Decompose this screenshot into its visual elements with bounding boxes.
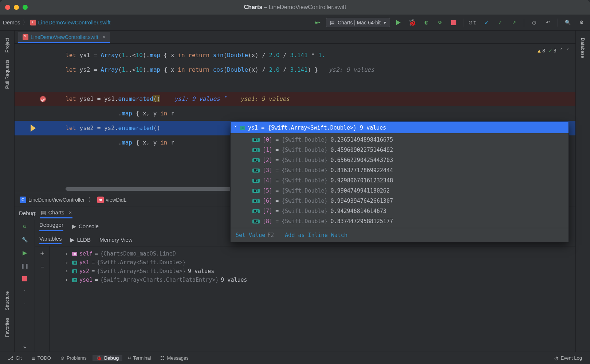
- popup-items: 01 [0] = {Swift.Double} 0.23651494898416…: [231, 133, 569, 228]
- breadcrumb: Demos 〉 LineDemoViewController.swift: [3, 19, 111, 26]
- profile-button[interactable]: ⟳: [434, 17, 445, 28]
- editor-tab-label: LineDemoViewController.swift: [31, 34, 98, 40]
- debug-target-tab[interactable]: ▤ Charts ×: [40, 208, 72, 218]
- left-tool-strip: Project Pull Requests Structure Favorite…: [0, 31, 15, 352]
- build-button[interactable]: ⤺: [312, 17, 323, 28]
- code-line: .map { x, y in r: [15, 106, 575, 121]
- popup-var-type: {Swift.Array<Swift.Double>}: [268, 124, 357, 131]
- undo-button[interactable]: ↶: [542, 17, 553, 28]
- value-icon: 01: [252, 138, 260, 142]
- swift-file-icon: [30, 20, 36, 25]
- variable-row[interactable]: ›≡ self = {ChartsDemo_macOS.LineD: [52, 249, 573, 258]
- breadcrumb-file[interactable]: LineDemoViewController.swift: [38, 19, 111, 25]
- tool-project[interactable]: Project: [4, 38, 10, 52]
- tool-problems[interactable]: ⊘ Problems: [57, 355, 90, 361]
- variable-row[interactable]: ›≡ yse1 = {Swift.Array<Charts.ChartDataE…: [52, 276, 573, 284]
- titlebar: Charts – LineDemoViewController.swift: [0, 0, 590, 15]
- minimize-window-icon[interactable]: [14, 5, 19, 10]
- array-icon: ≡: [240, 126, 245, 130]
- code-line: [15, 77, 575, 92]
- more-button[interactable]: »: [19, 342, 31, 352]
- git-commit-button[interactable]: ✓: [495, 17, 506, 28]
- tab-memory[interactable]: Memory View: [99, 237, 133, 243]
- tool-structure[interactable]: Structure: [4, 291, 10, 310]
- close-tab-icon[interactable]: ×: [103, 34, 106, 40]
- tool-todo[interactable]: ≣ TODO: [28, 355, 55, 361]
- resume-button[interactable]: ▶: [19, 248, 31, 257]
- popup-item[interactable]: 01 [5] = {Swift.Double} 0.99047499411802…: [231, 186, 569, 196]
- search-button[interactable]: 🔍: [562, 17, 573, 28]
- popup-var-name: ys1: [248, 124, 258, 131]
- tab-console[interactable]: ▶Console: [72, 223, 99, 230]
- history-button[interactable]: ◷: [528, 17, 539, 28]
- breadcrumb-class[interactable]: CLineDemoViewController: [20, 197, 85, 203]
- tool-messages[interactable]: ☷ Messages: [157, 355, 192, 361]
- inline-hint: ys2: 9 values: [329, 66, 374, 73]
- tool-debug[interactable]: 🐞 Debug: [93, 355, 122, 361]
- settings-button[interactable]: ⚙: [576, 17, 587, 28]
- value-icon: 01: [252, 179, 260, 183]
- value-icon: 01: [252, 209, 260, 213]
- remove-watch-icon[interactable]: －: [39, 262, 46, 271]
- class-icon: C: [20, 197, 26, 203]
- tool-eventlog[interactable]: ◔ Event Log: [551, 355, 586, 361]
- popup-footer: Set ValueF2 Add as Inline Watch: [231, 228, 569, 242]
- popup-header[interactable]: ˅ ≡ ys1 = {Swift.Array<Swift.Double>} 9 …: [231, 122, 569, 133]
- add-inline-watch-button[interactable]: Add as Inline Watch: [285, 232, 347, 238]
- popup-item[interactable]: 01 [6] = {Swift.Double} 0.99493947642661…: [231, 196, 569, 206]
- value-inspector-popup: ˅ ≡ ys1 = {Swift.Array<Swift.Double>} 9 …: [230, 122, 569, 242]
- breadcrumb-method[interactable]: mviewDidL: [97, 197, 127, 203]
- code-line: let ys2 = Array(1..<10).map { x in retur…: [15, 63, 575, 77]
- rerun-button[interactable]: ↻: [19, 222, 31, 231]
- popup-item[interactable]: 01 [8] = {Swift.Double} 0.83744729588125…: [231, 216, 569, 226]
- code-line: let ys1 = Array(1..<10).map { x in retur…: [15, 48, 575, 63]
- tool-favorites[interactable]: Favorites: [4, 318, 10, 337]
- popup-item[interactable]: 01 [2] = {Swift.Double} 0.65662290425443…: [231, 155, 569, 165]
- variables-action-strip: ＋ －: [35, 246, 50, 352]
- inline-hint: yse1: 9 values: [240, 95, 290, 102]
- tab-lldb[interactable]: ▶LLDB: [70, 237, 91, 243]
- popup-item[interactable]: 01 [4] = {Swift.Double} 0.92980670161232…: [231, 175, 569, 186]
- app-icon: ▤: [41, 209, 46, 216]
- stop-button[interactable]: [448, 17, 459, 28]
- tab-variables[interactable]: Variables: [39, 236, 62, 244]
- tool-git[interactable]: ⎇ Git: [4, 355, 25, 361]
- popup-item[interactable]: 01 [0] = {Swift.Double} 0.23651494898416…: [231, 135, 569, 145]
- close-window-icon[interactable]: [5, 5, 10, 10]
- close-icon[interactable]: ×: [69, 209, 72, 215]
- add-watch-icon[interactable]: ＋: [39, 249, 46, 257]
- set-value-button[interactable]: Set ValueF2: [236, 232, 274, 238]
- run-config-icon: ▤: [330, 20, 335, 25]
- window-title: Charts – LineDemoViewController.swift: [244, 4, 346, 11]
- stop-button[interactable]: [19, 274, 31, 284]
- variables-tree[interactable]: ›≡ self = {ChartsDemo_macOS.LineD ›≡ ys1…: [50, 246, 575, 352]
- pause-button[interactable]: ❚❚: [19, 261, 31, 270]
- debug-button[interactable]: 🐞: [407, 17, 418, 28]
- tool-terminal[interactable]: ⌑ Terminal: [125, 355, 154, 361]
- run-config-label: Charts | Mac 64-bit: [338, 20, 381, 25]
- variable-row[interactable]: ›≡ ys2 = {Swift.Array<Swift.Double>} 9 v…: [52, 267, 573, 276]
- settings-button[interactable]: 🔧: [19, 235, 31, 244]
- popup-item[interactable]: 01 [7] = {Swift.Double} 0.94294681461467…: [231, 206, 569, 216]
- popup-item[interactable]: 01 [3] = {Swift.Double} 0.81637717869922…: [231, 165, 569, 175]
- chevron-up-icon[interactable]: ˄: [19, 287, 31, 297]
- git-push-button[interactable]: ↗: [508, 17, 519, 28]
- chevron-down-icon[interactable]: ˅: [234, 124, 237, 131]
- maximize-window-icon[interactable]: [23, 5, 28, 10]
- breadcrumb-project[interactable]: Demos: [3, 19, 20, 25]
- run-config-selector[interactable]: ▤ Charts | Mac 64-bit ▾: [326, 18, 390, 27]
- run-button[interactable]: [393, 17, 404, 28]
- chevron-down-icon[interactable]: ˅: [19, 300, 31, 310]
- chevron-down-icon: ▾: [384, 20, 386, 25]
- popup-var-count: 9 values: [360, 124, 386, 131]
- value-icon: 01: [252, 219, 260, 223]
- editor-tab[interactable]: LineDemoViewController.swift ×: [18, 32, 110, 43]
- coverage-button[interactable]: ◐: [421, 17, 432, 28]
- tab-debugger[interactable]: Debugger: [39, 222, 63, 231]
- tool-pull-requests[interactable]: Pull Requests: [4, 60, 10, 89]
- popup-item[interactable]: 01 [1] = {Swift.Double} 0.45960902275146…: [231, 145, 569, 155]
- tool-database[interactable]: Database: [580, 38, 586, 58]
- inline-hint[interactable]: ys1: 9 values ˅: [174, 95, 227, 102]
- variable-row[interactable]: ›≡ ys1 = {Swift.Array<Swift.Double>}: [52, 258, 573, 267]
- git-pull-button[interactable]: ↙: [481, 17, 492, 28]
